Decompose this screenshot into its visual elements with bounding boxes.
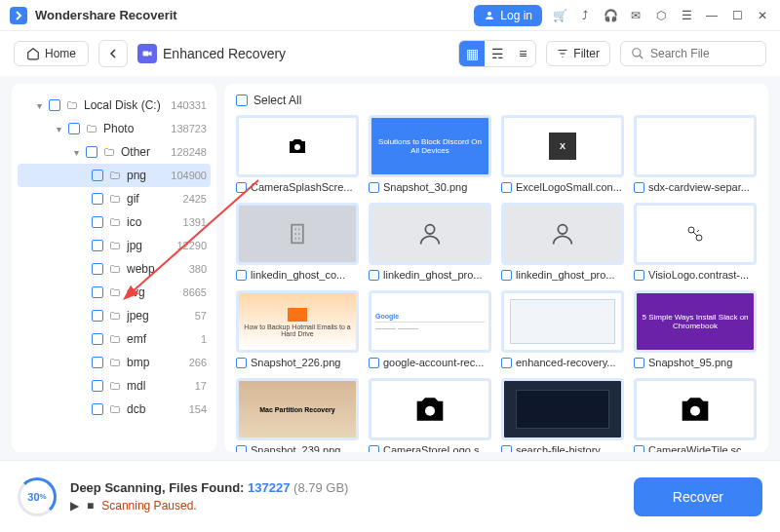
file-card[interactable]: CameraWideTile.sc...	[634, 378, 757, 452]
file-checkbox[interactable]	[369, 358, 379, 368]
svg-point-3	[294, 144, 300, 150]
tree-item-gif[interactable]: gif2425	[18, 187, 211, 210]
headset-icon[interactable]: 🎧	[603, 8, 618, 23]
tree-item-other[interactable]: ▾Other128248	[18, 140, 211, 164]
tree-item-ico[interactable]: ico1391	[18, 210, 211, 234]
app-icon	[10, 7, 27, 24]
file-name: search-file-history...	[516, 444, 608, 452]
file-checkbox[interactable]	[634, 445, 644, 453]
file-checkbox[interactable]	[501, 358, 512, 368]
file-checkbox[interactable]	[634, 358, 644, 368]
file-name: Snapshot_239.png	[251, 444, 340, 452]
search-icon	[631, 47, 644, 60]
share-icon[interactable]: ⤴	[577, 8, 593, 23]
grid-view-button[interactable]: ▦	[459, 41, 485, 66]
svg-point-2	[633, 49, 641, 57]
file-name: Snapshot_226.png	[251, 357, 340, 368]
select-all[interactable]: Select All	[236, 94, 757, 107]
svg-rect-4	[292, 225, 303, 244]
file-name: sdx-cardview-separ...	[648, 181, 750, 193]
file-card[interactable]: Solutions to Block Discord On All Device…	[369, 115, 491, 193]
file-checkbox[interactable]	[369, 445, 379, 453]
cube-icon[interactable]: ⬡	[653, 8, 669, 23]
file-checkbox[interactable]	[501, 182, 512, 193]
tree-item-jpeg[interactable]: jpeg57	[18, 304, 211, 327]
tree-item-bmp[interactable]: bmp266	[18, 351, 211, 374]
home-button[interactable]: Home	[14, 41, 89, 66]
back-button[interactable]	[98, 40, 128, 67]
svg-point-0	[488, 12, 491, 16]
login-button[interactable]: Log in	[474, 5, 542, 26]
search-box[interactable]	[620, 41, 766, 66]
mail-icon[interactable]: ✉	[628, 8, 644, 23]
file-name: google-account-rec...	[383, 357, 484, 368]
file-card[interactable]: Google——— ———google-account-rec...	[369, 290, 491, 368]
file-name: linkedin_ghost_pro...	[383, 269, 483, 281]
maximize-icon[interactable]: ☐	[729, 8, 745, 23]
search-input[interactable]	[650, 47, 756, 60]
recover-button[interactable]: Recover	[634, 477, 762, 516]
file-checkbox[interactable]	[369, 270, 379, 281]
file-card[interactable]: Mac Partition RecoverySnapshot_239.png	[236, 378, 359, 452]
file-checkbox[interactable]	[369, 182, 379, 193]
svg-rect-1	[143, 52, 149, 57]
menu-icon[interactable]: ☰	[679, 8, 694, 23]
file-card[interactable]: XExcelLogoSmall.con...	[501, 115, 624, 193]
play-icon[interactable]: ▶	[70, 499, 79, 513]
progress-ring: 30%	[18, 477, 57, 516]
file-checkbox[interactable]	[236, 182, 247, 193]
close-icon[interactable]: ✕	[755, 8, 770, 23]
file-checkbox[interactable]	[634, 270, 644, 281]
file-card[interactable]: sdx-cardview-separ...	[634, 115, 757, 193]
tree-item-png[interactable]: png104900	[18, 164, 211, 187]
sidebar: ▾Local Disk (C:)140331▾Photo138723▾Other…	[12, 84, 216, 452]
file-checkbox[interactable]	[501, 445, 512, 453]
file-checkbox[interactable]	[501, 270, 512, 281]
file-checkbox[interactable]	[634, 182, 644, 193]
file-name: CameraSplashScre...	[251, 181, 353, 193]
file-card[interactable]: VisioLogo.contrast-...	[634, 203, 757, 281]
file-name: linkedin_ghost_co...	[251, 269, 345, 281]
tree-item-dcb[interactable]: dcb154	[18, 398, 211, 421]
svg-point-6	[558, 225, 566, 234]
view-toggle: ▦ ☴ ≡	[458, 40, 536, 67]
file-name: ExcelLogoSmall.con...	[516, 181, 622, 193]
file-name: enhanced-recovery...	[516, 357, 616, 368]
file-card[interactable]: enhanced-recovery...	[501, 290, 624, 368]
tree-item-mdl[interactable]: mdl17	[18, 374, 211, 398]
tree-item-webp[interactable]: webp380	[18, 257, 211, 281]
file-card[interactable]: linkedin_ghost_pro...	[501, 203, 624, 281]
file-card[interactable]: CameraStoreLogo.s...	[369, 378, 491, 452]
list-view-button[interactable]: ☴	[485, 41, 510, 66]
tree-item-svg[interactable]: svg8665	[18, 281, 211, 304]
file-card[interactable]: CameraSplashScre...	[236, 115, 359, 193]
tree-item-local-disk--c--[interactable]: ▾Local Disk (C:)140331	[18, 94, 211, 117]
filter-button[interactable]: Filter	[546, 41, 610, 66]
file-checkbox[interactable]	[236, 270, 247, 281]
file-card[interactable]: 5 Simple Ways Install Slack on Chromeboo…	[634, 290, 757, 368]
svg-point-10	[690, 406, 700, 416]
tree-item-jpg[interactable]: jpg12290	[18, 234, 211, 257]
mode-label: Enhanced Recovery	[137, 44, 286, 63]
svg-point-9	[425, 406, 435, 416]
file-card[interactable]: How to Backup Hotmail Emails to a Hard D…	[236, 290, 359, 368]
app-title: Wondershare Recoverit	[35, 8, 474, 22]
stop-icon[interactable]: ■	[87, 499, 94, 513]
scan-status-title: Deep Scanning, Files Found: 137227 (8.79…	[70, 480, 620, 495]
svg-point-5	[425, 225, 434, 234]
file-name: VisioLogo.contrast-...	[648, 269, 749, 281]
file-name: linkedin_ghost_pro...	[516, 269, 615, 281]
video-icon	[137, 44, 157, 63]
file-name: Snapshot_30.png	[383, 181, 467, 193]
file-card[interactable]: linkedin_ghost_co...	[236, 203, 359, 281]
tree-item-emf[interactable]: emf1	[18, 327, 211, 351]
file-card[interactable]: search-file-history...	[501, 378, 624, 452]
file-checkbox[interactable]	[236, 358, 247, 368]
file-checkbox[interactable]	[236, 445, 247, 453]
minimize-icon[interactable]: —	[704, 8, 720, 23]
file-name: CameraWideTile.sc...	[648, 444, 751, 452]
cart-icon[interactable]: 🛒	[552, 8, 567, 23]
file-card[interactable]: linkedin_ghost_pro...	[369, 203, 491, 281]
tree-item-photo[interactable]: ▾Photo138723	[18, 117, 211, 140]
detail-view-button[interactable]: ≡	[510, 41, 535, 66]
